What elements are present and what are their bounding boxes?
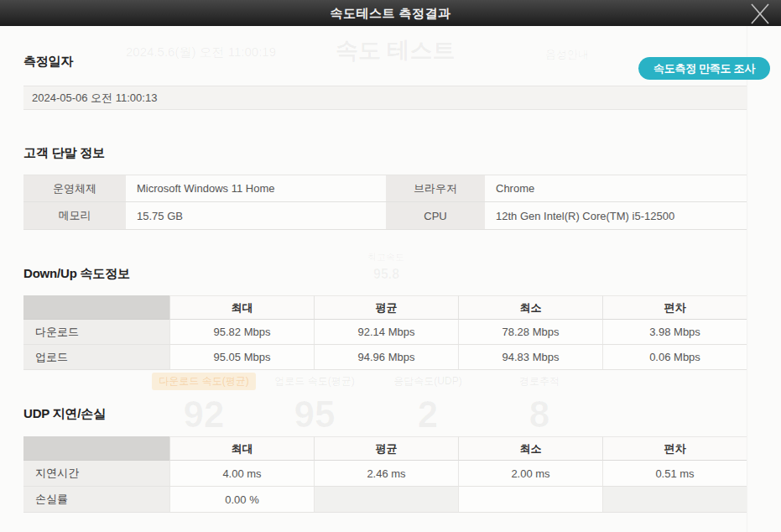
column-header-min: 최소 <box>458 295 602 320</box>
column-header-max: 최대 <box>169 295 314 320</box>
close-button[interactable] <box>744 0 776 26</box>
download-avg: 92.14 Mbps <box>314 320 458 344</box>
background-voice-guide-label: 음성안내 <box>545 47 589 62</box>
modal-titlebar: 속도테스트 측정결과 <box>0 0 781 26</box>
loss-avg <box>314 487 458 512</box>
column-header-dev: 편차 <box>602 436 747 461</box>
background-divider-line <box>747 26 747 532</box>
close-icon <box>749 3 771 24</box>
device-value-memory: 15.75 GB <box>126 202 386 229</box>
table-header-row: 최대 평균 최소 편차 <box>23 295 747 320</box>
table-header-row: 최대 평균 최소 편차 <box>23 436 747 461</box>
device-info-table: 운영체제 Microsoft Windows 11 Home 브라우저 Chro… <box>23 175 747 230</box>
delay-min: 2.00 ms <box>458 461 602 486</box>
device-label-os: 운영체제 <box>23 175 126 201</box>
background-gauge-caption: 최고속도 <box>367 251 404 263</box>
delay-dev: 0.51 ms <box>602 461 747 486</box>
column-header-max: 최대 <box>169 436 314 461</box>
speedtest-result-page: 2024.5.6(월) 오전 11:00:19 속도 테스트 음성안내 94.9… <box>0 0 781 532</box>
device-value-browser: Chrome <box>485 175 747 201</box>
column-header-avg: 평균 <box>314 295 458 320</box>
table-corner-cell <box>23 436 169 461</box>
upload-avg: 94.96 Mbps <box>314 345 458 369</box>
loss-max: 0.00 % <box>169 487 314 512</box>
section-heading-date: 측정일자 <box>23 54 73 70</box>
table-row: 메모리 15.75 GB CPU 12th Gen Intel(R) Core(… <box>23 202 747 230</box>
speed-info-table: 최대 평균 최소 편차 다운로드 95.82 Mbps 92.14 Mbps 7… <box>23 295 747 370</box>
table-row-loss: 손실률 0.00 % <box>23 487 747 513</box>
background-datetime: 2024.5.6(월) 오전 11:00:19 <box>126 44 276 60</box>
column-header-min: 최소 <box>458 436 602 461</box>
background-page-title: 속도 테스트 <box>336 35 456 65</box>
upload-min: 94.83 Mbps <box>458 345 602 369</box>
measurement-date-value: 2024-05-06 오전 11:00:13 <box>23 86 747 110</box>
device-label-cpu: CPU <box>386 202 485 229</box>
table-row: 운영체제 Microsoft Windows 11 Home 브라우저 Chro… <box>23 175 747 202</box>
delay-avg: 2.46 ms <box>314 461 458 486</box>
column-header-dev: 편차 <box>602 295 747 320</box>
background-gauge-sub-value: 95.8 <box>373 267 399 282</box>
section-heading-udp: UDP 지연/손실 <box>23 406 106 422</box>
table-row-upload: 업로드 95.05 Mbps 94.96 Mbps 94.83 Mbps 0.0… <box>23 345 747 370</box>
udp-info-table: 최대 평균 최소 편차 지연시간 4.00 ms 2.46 ms 2.00 ms… <box>23 436 747 513</box>
download-min: 78.28 Mbps <box>458 320 602 344</box>
modal-title: 속도테스트 측정결과 <box>0 0 781 26</box>
section-heading-speed: Down/Up 속도정보 <box>23 266 130 282</box>
download-dev: 3.98 Mbps <box>602 320 747 344</box>
upload-max: 95.05 Mbps <box>169 345 314 369</box>
device-value-cpu: 12th Gen Intel(R) Core(TM) i5-12500 <box>485 202 747 229</box>
loss-dev <box>602 487 747 512</box>
background-stat-route: 경로추적 8 <box>472 373 607 436</box>
delay-max: 4.00 ms <box>169 461 314 486</box>
upload-dev: 0.06 Mbps <box>602 345 747 369</box>
table-row-download: 다운로드 95.82 Mbps 92.14 Mbps 78.28 Mbps 3.… <box>23 320 747 345</box>
section-heading-device: 고객 단말 정보 <box>23 145 105 161</box>
device-label-browser: 브라우저 <box>386 175 485 201</box>
device-value-os: Microsoft Windows 11 Home <box>126 175 386 201</box>
table-row-delay: 지연시간 4.00 ms 2.46 ms 2.00 ms 0.51 ms <box>23 461 747 487</box>
column-header-avg: 평균 <box>314 436 458 461</box>
device-label-memory: 메모리 <box>23 202 126 229</box>
table-corner-cell <box>23 295 169 320</box>
loss-min <box>458 487 602 512</box>
satisfaction-survey-button[interactable]: 속도측정 만족도 조사 <box>638 57 770 80</box>
download-max: 95.82 Mbps <box>169 320 314 344</box>
